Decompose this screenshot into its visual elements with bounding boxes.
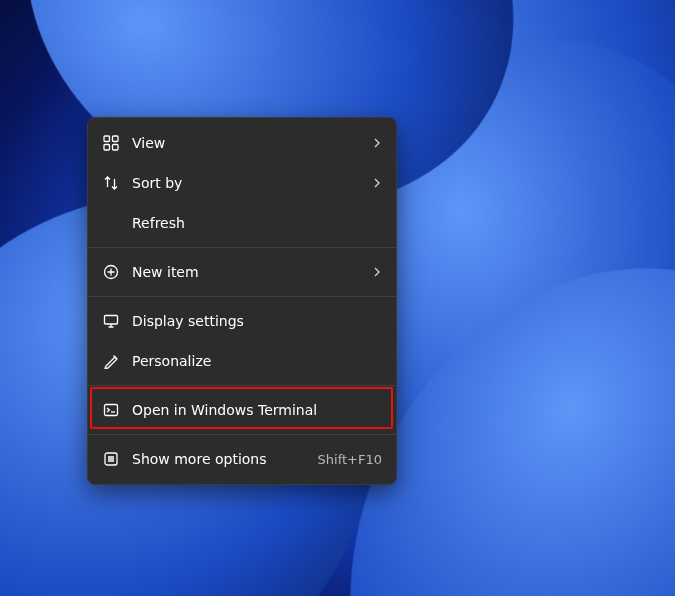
blank-icon xyxy=(102,214,120,232)
menu-separator xyxy=(88,434,396,435)
menu-item-open-terminal[interactable]: Open in Windows Terminal xyxy=(88,390,396,430)
chevron-right-icon xyxy=(372,267,382,277)
svg-rect-0 xyxy=(104,136,110,142)
desktop-context-menu: View Sort by Refresh New item xyxy=(87,117,397,485)
chevron-right-icon xyxy=(372,138,382,148)
svg-rect-2 xyxy=(104,145,110,151)
svg-rect-6 xyxy=(105,405,118,416)
terminal-icon xyxy=(102,401,120,419)
menu-item-show-more-options[interactable]: Show more options Shift+F10 xyxy=(88,439,396,479)
sort-icon xyxy=(102,174,120,192)
menu-item-label: Refresh xyxy=(132,215,382,231)
menu-item-shortcut: Shift+F10 xyxy=(318,452,382,467)
menu-separator xyxy=(88,385,396,386)
svg-rect-5 xyxy=(105,316,118,325)
svg-rect-1 xyxy=(113,136,119,142)
new-item-icon xyxy=(102,263,120,281)
svg-rect-3 xyxy=(113,145,119,151)
menu-item-personalize[interactable]: Personalize xyxy=(88,341,396,381)
menu-item-sort-by[interactable]: Sort by xyxy=(88,163,396,203)
menu-item-refresh[interactable]: Refresh xyxy=(88,203,396,243)
menu-separator xyxy=(88,296,396,297)
personalize-icon xyxy=(102,352,120,370)
menu-item-label: Sort by xyxy=(132,175,372,191)
menu-item-label: Display settings xyxy=(132,313,382,329)
menu-item-label: New item xyxy=(132,264,372,280)
chevron-right-icon xyxy=(372,178,382,188)
more-options-icon xyxy=(102,450,120,468)
menu-item-view[interactable]: View xyxy=(88,123,396,163)
display-icon xyxy=(102,312,120,330)
menu-item-label: View xyxy=(132,135,372,151)
menu-item-label: Open in Windows Terminal xyxy=(132,402,382,418)
menu-item-label: Personalize xyxy=(132,353,382,369)
view-icon xyxy=(102,134,120,152)
menu-item-new[interactable]: New item xyxy=(88,252,396,292)
menu-item-label: Show more options xyxy=(132,451,318,467)
menu-item-display-settings[interactable]: Display settings xyxy=(88,301,396,341)
menu-separator xyxy=(88,247,396,248)
